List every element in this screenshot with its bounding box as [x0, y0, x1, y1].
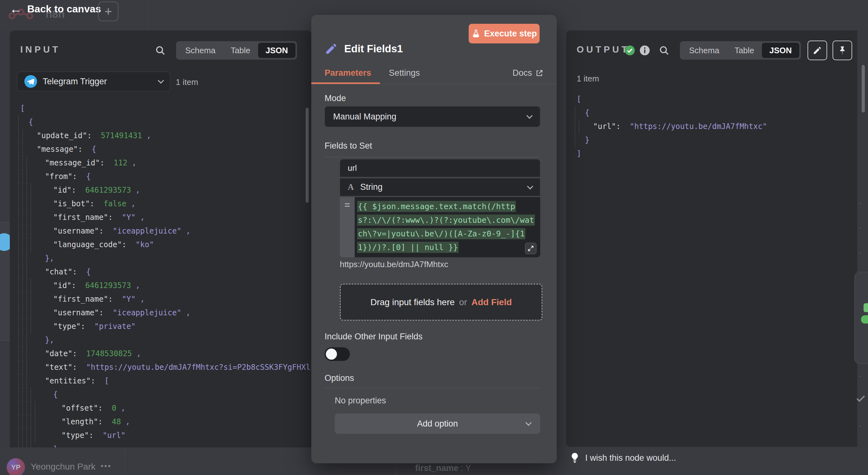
input-scrollbar[interactable]	[306, 108, 309, 203]
chevron-down-icon	[526, 113, 533, 119]
expression-line: 1})/)?.[0] || null }}	[357, 240, 540, 254]
telegram-icon	[24, 75, 37, 88]
json-line: "id": 6461293573 ,	[10, 183, 305, 197]
json-line: "text": "https://youtu.be/dmJA7fMhtxc?si…	[10, 361, 305, 374]
mode-select[interactable]: Manual Mapping	[324, 106, 540, 127]
json-line: {	[566, 106, 851, 120]
expression-result-preview: https://youtu.be/dmJA7fMhtxc	[340, 260, 448, 269]
back-to-canvas-button[interactable]: ← Back to canvas	[9, 3, 101, 15]
docs-label: Docs	[513, 68, 532, 78]
json-line: "message_id": 112 ,	[10, 156, 305, 170]
tab-schema[interactable]: Schema	[681, 43, 727, 58]
next-node-icon	[864, 303, 868, 312]
background-schema-field: first_name : Y	[415, 463, 471, 473]
flask-icon	[471, 29, 480, 38]
expand-expression-button[interactable]	[525, 243, 536, 254]
edit-fields-dialog: Edit Fields1 Execute step Parameters Set…	[311, 15, 557, 463]
output-panel-title: OUTPUT	[577, 44, 629, 55]
toggle-knob	[326, 349, 337, 360]
include-other-fields-label: Include Other Input Fields	[324, 332, 423, 342]
no-properties-text: No properties	[335, 396, 386, 406]
field-type-select[interactable]: A String	[340, 178, 540, 196]
tab-table[interactable]: Table	[223, 43, 258, 58]
output-view-tabs: Schema Table JSON	[680, 41, 801, 60]
add-option-button[interactable]: Add option	[335, 414, 540, 434]
expression-drag-handle[interactable]: =	[340, 197, 355, 257]
tab-settings[interactable]: Settings	[389, 68, 420, 78]
dialog-title: Edit Fields1	[344, 43, 403, 55]
chevron-down-icon	[527, 183, 533, 189]
json-line: "date": 1748530825 ,	[10, 347, 305, 361]
json-line: "url": "https://youtu.be/dmJA7fMhtxc"	[566, 120, 851, 133]
add-field-button[interactable]: Add Field	[471, 297, 512, 307]
feedback-text: I wish this node would...	[585, 453, 676, 463]
tab-json[interactable]: JSON	[762, 43, 800, 58]
lightbulb-icon	[570, 452, 580, 463]
output-node-connector-tab[interactable]	[855, 272, 868, 364]
string-type-icon: A	[348, 182, 354, 192]
field-name-input[interactable]: url	[340, 159, 540, 177]
json-line: },	[10, 251, 305, 265]
include-other-fields-toggle[interactable]	[324, 347, 350, 361]
tab-parameters[interactable]: Parameters	[324, 68, 371, 78]
pin-data-button[interactable]	[833, 40, 852, 60]
tab-schema[interactable]: Schema	[178, 43, 223, 58]
json-line: }	[566, 133, 851, 147]
expression-code[interactable]: {{ $json.message.text.match(/https?:\/\/…	[355, 197, 540, 257]
add-option-label: Add option	[417, 419, 458, 429]
edit-fields-node-icon	[324, 42, 338, 55]
canvas-gridline	[125, 447, 125, 475]
dialog-divider	[311, 84, 557, 84]
json-line: "length": 48 ,	[10, 415, 305, 429]
info-icon[interactable]	[639, 45, 650, 56]
schema-field-key: first_name	[415, 463, 459, 473]
json-line: "username": "iceapplejuice" ,	[10, 306, 305, 320]
json-line: [	[566, 92, 851, 106]
dialog-tabs: Parameters Settings Docs	[324, 68, 544, 78]
user-menu-button[interactable]: •••	[101, 462, 112, 471]
back-arrow-icon: ←	[9, 3, 22, 15]
node-feedback-prompt[interactable]: I wish this node would...	[570, 452, 676, 463]
avatar[interactable]: YP	[7, 458, 25, 475]
field-name-value: url	[348, 163, 357, 173]
input-json-view[interactable]: [{"update_id": 571491431 ,"message": {"m…	[10, 102, 305, 456]
input-source-select[interactable]: Telegram Trigger	[17, 71, 170, 91]
search-icon[interactable]	[659, 45, 670, 56]
execute-step-button[interactable]: Execute step	[469, 24, 539, 43]
drag-fields-dropzone[interactable]: Drag input fields here or Add Field	[340, 284, 542, 321]
json-line: {	[10, 115, 305, 129]
json-line: "first_name": "Y" ,	[10, 211, 305, 224]
ndv-scrollbar[interactable]	[862, 65, 865, 113]
canvas-dot	[860, 425, 861, 426]
canvas-check-icon	[854, 392, 868, 405]
tab-table[interactable]: Table	[727, 43, 762, 58]
chevron-down-icon	[525, 420, 532, 426]
options-label: Options	[324, 373, 354, 383]
add-node-button[interactable]: +	[98, 2, 118, 21]
json-line: {	[10, 388, 305, 402]
or-text: or	[459, 297, 467, 307]
input-panel: INPUT Schema Table JSON Telegram Trigger…	[10, 30, 312, 456]
json-line: "from": {	[10, 170, 305, 183]
json-line: "offset": 0 ,	[10, 402, 305, 415]
drag-text: Drag input fields here	[371, 297, 455, 307]
edit-output-button[interactable]	[807, 40, 827, 60]
json-line: "chat": {	[10, 265, 305, 279]
success-check-icon	[624, 45, 635, 56]
output-json-view[interactable]: [{"url": "https://youtu.be/dmJA7fMhtxc"}…	[566, 92, 851, 161]
external-link-icon	[535, 69, 544, 77]
schema-field-value: : Y	[459, 463, 471, 473]
canvas-dot	[860, 252, 861, 254]
json-line: "is_bot": false ,	[10, 197, 305, 211]
field-type-value: String	[360, 182, 383, 192]
output-items-count: 1 item	[577, 74, 599, 84]
json-line: },	[10, 333, 305, 347]
fields-divider	[324, 157, 540, 157]
search-icon[interactable]	[155, 45, 166, 56]
json-line: "update_id": 571491431 ,	[10, 129, 305, 143]
json-line: "id": 6461293573 ,	[10, 279, 305, 293]
expression-editor[interactable]: = {{ $json.message.text.match(/https?:\/…	[340, 197, 540, 257]
docs-link[interactable]: Docs	[513, 68, 544, 78]
chevron-down-icon	[158, 77, 164, 84]
tab-json[interactable]: JSON	[258, 43, 296, 58]
